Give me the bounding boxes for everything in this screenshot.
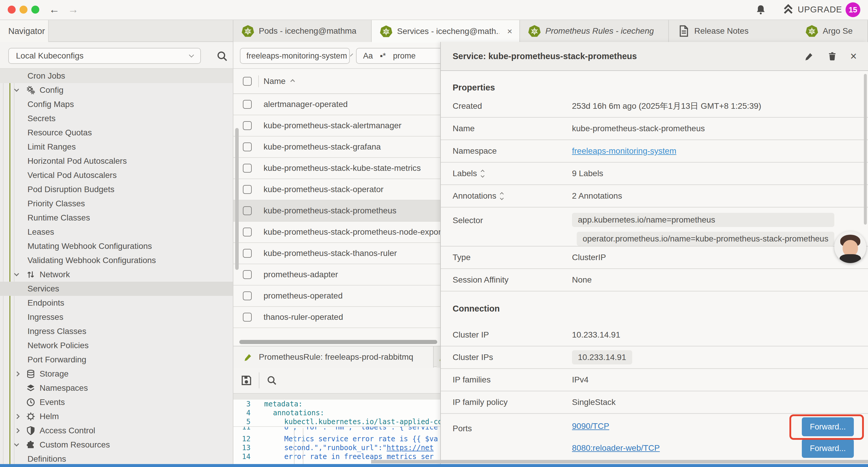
table-row[interactable]: kube-prometheus-stack-prometheus-node-ex… — [234, 222, 440, 243]
table-row[interactable]: alertmanager-operated — [234, 94, 440, 115]
table-row[interactable]: prometheus-operated — [234, 286, 440, 307]
delete-trash-icon[interactable] — [827, 51, 837, 61]
sidebar-item[interactable]: Resource Quotas — [0, 126, 233, 140]
main-tab[interactable]: Release Notes — [669, 20, 797, 42]
sidebar-item[interactable]: Leases — [0, 225, 233, 239]
expand-collapse-icon[interactable] — [481, 170, 484, 177]
table-row[interactable]: prometheus-adapter — [234, 264, 440, 286]
labels-value[interactable]: 9 Labels — [572, 169, 603, 178]
namespace-link[interactable]: freeleaps-monitoring-system — [572, 146, 676, 156]
row-checkbox[interactable] — [243, 143, 252, 151]
notification-count-badge[interactable]: 15 — [845, 2, 860, 17]
tree-chevron-icon[interactable] — [15, 274, 26, 275]
row-checkbox[interactable] — [243, 270, 252, 279]
tree-chevron-icon[interactable] — [15, 429, 26, 432]
edit-pencil-icon[interactable] — [804, 51, 814, 61]
tree-chevron-icon[interactable] — [15, 444, 26, 446]
editor-tab-partial[interactable] — [437, 346, 440, 368]
row-checkbox[interactable] — [243, 185, 252, 194]
sidebar-item[interactable]: Vertical Pod Autoscalers — [0, 168, 233, 182]
tree-chevron-icon[interactable] — [15, 401, 26, 403]
port-link-9090[interactable]: 9090/TCP — [572, 421, 660, 431]
editor-search-icon[interactable] — [267, 375, 277, 386]
resource-search-input[interactable]: Aa ▪* prome — [356, 48, 440, 64]
tab-navigator[interactable]: Navigator — [0, 20, 49, 42]
back-button[interactable]: ← — [49, 4, 60, 16]
close-window-button[interactable] — [8, 6, 16, 13]
expand-collapse-icon[interactable] — [500, 193, 503, 200]
forward-button-8080[interactable]: Forward... — [802, 439, 854, 458]
table-row[interactable]: thanos-ruler-operated — [234, 307, 440, 328]
editor-tab-prometheusrule[interactable]: PrometheusRule: freeleaps-prod-rabbitmq — [234, 346, 434, 368]
sidebar-item[interactable]: Namespaces — [0, 381, 233, 395]
sidebar-item[interactable]: Config Maps — [0, 97, 233, 111]
sidebar-item[interactable]: Storage — [0, 367, 233, 381]
notifications-bell-icon[interactable] — [755, 4, 766, 16]
row-checkbox[interactable] — [243, 313, 252, 322]
row-checkbox[interactable] — [243, 249, 252, 258]
main-tab[interactable]: Prometheus Rules - icecheng... — [520, 20, 669, 42]
table-row[interactable]: kube-prometheus-stack-prometheus — [234, 200, 440, 222]
upgrade-button[interactable]: UPGRADE — [782, 4, 842, 16]
forward-button[interactable]: → — [68, 4, 79, 16]
row-checkbox[interactable] — [243, 291, 252, 300]
sidebar-item[interactable]: Endpoints — [0, 296, 233, 310]
table-row[interactable]: kube-prometheus-stack-operator — [234, 179, 440, 200]
namespace-select[interactable]: freeleaps-monitoring-system — [240, 48, 350, 64]
table-row[interactable]: kube-prometheus-stack-alertmanager — [234, 115, 440, 137]
detail-vertical-scrollbar[interactable] — [864, 74, 867, 225]
sidebar-item[interactable]: Config — [0, 83, 233, 97]
kubeconfig-select[interactable]: Local Kubeconfigs — [8, 48, 201, 64]
main-tab[interactable]: Argo Se — [797, 20, 868, 42]
sidebar-item[interactable]: Port Forwarding — [0, 353, 233, 367]
name-column-header[interactable]: Name — [264, 77, 286, 86]
select-all-checkbox[interactable] — [243, 77, 252, 86]
search-icon[interactable] — [216, 50, 228, 62]
sidebar-item[interactable]: Ingresses — [0, 310, 233, 324]
sidebar-item[interactable]: Access Control — [0, 424, 233, 438]
row-checkbox[interactable] — [243, 164, 252, 173]
avatar[interactable] — [834, 231, 866, 263]
row-checkbox[interactable] — [243, 206, 252, 215]
sidebar-item[interactable]: Network — [0, 267, 233, 282]
detail-horizontal-scrollbar[interactable] — [371, 460, 868, 463]
runbook-url-link[interactable]: https://net — [387, 444, 434, 452]
main-tab[interactable]: Pods - icecheng@mathmas... — [234, 20, 372, 42]
match-case-toggle[interactable]: Aa — [363, 52, 373, 61]
zoom-window-button[interactable] — [31, 6, 39, 13]
sidebar-item[interactable]: Helm — [0, 409, 233, 424]
sidebar-item[interactable]: Priority Classes — [0, 197, 233, 211]
row-checkbox[interactable] — [243, 121, 252, 130]
tree-chevron-icon[interactable] — [15, 387, 26, 389]
port-link-8080[interactable]: 8080:reloader-web/TCP — [572, 443, 660, 453]
sidebar-item[interactable]: Pod Disruption Budgets — [0, 182, 233, 197]
table-row[interactable]: kube-prometheus-stack-grafana — [234, 137, 440, 158]
yaml-editor[interactable]: 3 metadata: 4 annotations: 5 kubectl.kub… — [234, 400, 440, 467]
sidebar-item[interactable]: Ingress Classes — [0, 324, 233, 339]
table-row[interactable]: kube-prometheus-stack-thanos-ruler — [234, 243, 440, 264]
table-row[interactable]: kube-prometheus-stack-kube-state-metrics — [234, 158, 440, 179]
sidebar-item[interactable]: Runtime Classes — [0, 211, 233, 225]
tree-chevron-icon[interactable] — [15, 415, 26, 418]
horizontal-scrollbar[interactable] — [239, 340, 437, 344]
tree-chevron-icon[interactable] — [15, 372, 26, 376]
sidebar-item[interactable]: Validating Webhook Configurations — [0, 253, 233, 267]
row-checkbox[interactable] — [243, 228, 252, 236]
sidebar-item[interactable]: Cron Jobs — [0, 69, 233, 83]
sidebar-scrollbar[interactable] — [235, 128, 239, 270]
sidebar-item[interactable]: Custom Resources — [0, 438, 233, 452]
row-checkbox[interactable] — [243, 100, 252, 109]
sidebar-item[interactable]: Horizontal Pod Autoscalers — [0, 154, 233, 168]
tree-chevron-icon[interactable] — [15, 89, 26, 91]
sidebar-item[interactable]: Mutating Webhook Configurations — [0, 239, 233, 253]
minimize-window-button[interactable] — [20, 6, 28, 13]
close-panel-icon[interactable]: × — [850, 51, 857, 61]
main-tab[interactable]: Services - icecheng@math... × — [372, 20, 520, 42]
save-icon[interactable] — [241, 375, 252, 386]
annotations-value[interactable]: 2 Annotations — [572, 191, 622, 201]
regex-toggle[interactable]: ▪* — [380, 52, 386, 61]
sidebar-item[interactable]: Events — [0, 395, 233, 409]
close-tab-icon[interactable]: × — [504, 26, 512, 36]
sidebar-item[interactable]: Network Policies — [0, 339, 233, 353]
sidebar-item[interactable]: Secrets — [0, 111, 233, 126]
